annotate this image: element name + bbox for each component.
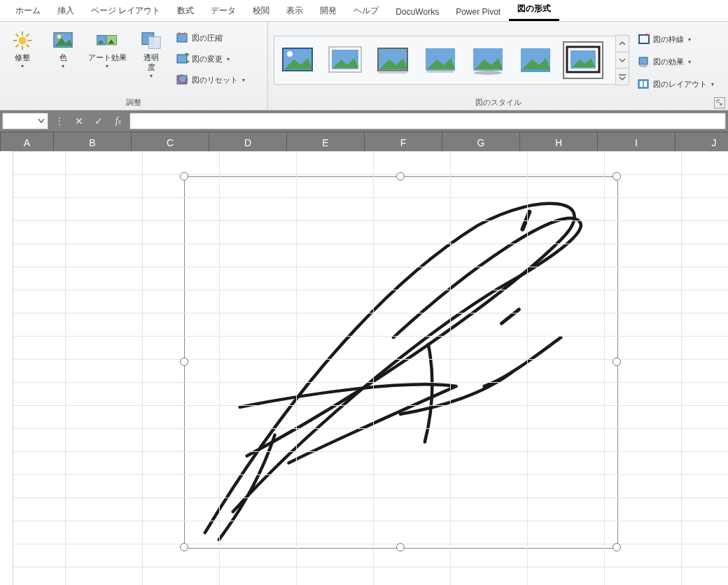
svg-point-0 (18, 36, 26, 44)
row-header[interactable] (0, 151, 13, 174)
compress-pictures-button[interactable]: 図の圧縮 (174, 27, 248, 48)
column-header-H[interactable]: H (520, 132, 598, 153)
reset-picture-button[interactable]: 図のリセット ▾ (174, 69, 248, 90)
picture-effects-button[interactable]: 図の効果 ▾ (635, 51, 717, 72)
gridline-vertical (373, 151, 374, 585)
change-picture-button[interactable]: 図の変更 ▾ (174, 48, 248, 69)
svg-rect-34 (427, 71, 454, 73)
resize-handle[interactable] (180, 172, 188, 181)
row-header[interactable] (0, 474, 13, 498)
row-header[interactable] (0, 267, 13, 290)
close-icon: ✕ (75, 115, 83, 127)
row-header[interactable] (0, 521, 13, 544)
column-header-D[interactable]: D (209, 132, 287, 153)
gridline-vertical (219, 151, 220, 585)
row-header[interactable] (0, 244, 13, 267)
resize-handle[interactable] (396, 172, 405, 181)
row-header[interactable] (0, 174, 13, 197)
tab-formulas[interactable]: 数式 (169, 1, 202, 21)
inserted-picture[interactable] (184, 176, 617, 547)
picture-style-thumb-6[interactable] (518, 44, 553, 76)
picture-border-button[interactable]: 図の枠線 ▾ (635, 29, 717, 50)
row-header[interactable] (0, 359, 13, 382)
resize-handle[interactable] (396, 543, 405, 551)
column-header-C[interactable]: C (132, 132, 209, 153)
row-header[interactable] (0, 336, 13, 359)
chevron-up-icon (619, 41, 626, 46)
picture-style-icon (375, 44, 410, 76)
picture-layout-button[interactable]: 図のレイアウト ▾ (635, 73, 717, 94)
tab-view[interactable]: 表示 (278, 1, 312, 21)
chevron-down-icon: ▾ (21, 63, 24, 69)
gridline-horizontal (0, 197, 728, 198)
artistic-effects-button[interactable]: アート効果 ▾ (85, 27, 129, 69)
column-header-G[interactable]: G (442, 132, 520, 153)
picture-style-thumb-1[interactable] (280, 44, 315, 76)
row-header[interactable] (0, 197, 13, 220)
cancel-button[interactable]: ✕ (69, 111, 89, 132)
row-header[interactable] (0, 567, 13, 585)
row-header[interactable] (0, 428, 13, 451)
column-header-A[interactable]: A (1, 132, 54, 153)
tab-review[interactable]: 校閲 (244, 1, 278, 21)
group-picture-styles: 図の枠線 ▾ 図の効果 ▾ 図のレイアウト ▾ 図のスタイル (268, 22, 728, 110)
picture-style-thumb-4[interactable] (423, 44, 458, 76)
tab-pagelayout[interactable]: ページ レイアウト (83, 1, 169, 21)
tab-home[interactable]: ホーム (7, 1, 49, 21)
picture-style-icon (470, 44, 505, 76)
gallery-more[interactable] (616, 69, 629, 85)
formula-input[interactable] (130, 113, 726, 129)
resize-handle[interactable] (612, 358, 621, 366)
dialog-launcher-styles[interactable] (714, 97, 725, 108)
more-icon (618, 73, 626, 80)
row-header[interactable] (0, 220, 13, 244)
spreadsheet-grid[interactable] (0, 151, 728, 585)
svg-line-5 (16, 34, 19, 37)
tab-powerpivot[interactable]: Power Pivot (447, 3, 509, 21)
chevron-down-icon: ▾ (688, 59, 691, 65)
column-header-J[interactable]: J (676, 132, 728, 153)
corrections-button[interactable]: 修整 ▾ (4, 27, 41, 69)
row-header[interactable] (0, 544, 13, 567)
name-box[interactable] (2, 113, 48, 129)
row-header[interactable] (0, 498, 13, 521)
tab-docuworks[interactable]: DocuWorks (387, 3, 447, 21)
row-header[interactable] (0, 313, 13, 336)
insert-function-button[interactable]: fx (108, 111, 128, 132)
chevron-down-icon (38, 118, 45, 125)
tab-developer[interactable]: 開発 (312, 1, 345, 21)
resize-handle[interactable] (612, 172, 621, 181)
color-button[interactable]: 色 ▾ (45, 27, 81, 69)
tab-insert[interactable]: 挿入 (49, 1, 83, 21)
gallery-row-up[interactable] (616, 36, 629, 52)
picture-style-thumb-3[interactable] (375, 44, 410, 76)
column-header-I[interactable]: I (598, 132, 676, 153)
tab-help[interactable]: ヘルプ (345, 1, 387, 21)
row-header[interactable] (0, 290, 13, 313)
resize-handle[interactable] (612, 543, 621, 551)
svg-rect-17 (148, 36, 160, 48)
svg-rect-18 (177, 34, 187, 42)
resize-handle[interactable] (180, 543, 188, 551)
column-header-E[interactable]: E (287, 132, 365, 153)
picture-style-thumb-7[interactable] (566, 44, 601, 76)
picture-style-thumb-2[interactable] (328, 44, 363, 76)
svg-line-6 (27, 45, 29, 48)
svg-rect-46 (639, 57, 648, 64)
enter-button[interactable]: ✓ (89, 111, 108, 132)
column-header-F[interactable]: F (365, 132, 442, 153)
picture-style-thumb-5[interactable] (470, 44, 505, 76)
tab-picture-format[interactable]: 図の形式 (509, 0, 559, 21)
picture-style-icon (566, 44, 601, 76)
formula-bar-dots[interactable]: ⋮ (50, 111, 69, 132)
row-header[interactable] (0, 451, 13, 474)
row-header[interactable] (0, 382, 13, 405)
transparency-button[interactable]: 透明 度 ▾ (133, 27, 169, 79)
gallery-row-down[interactable] (616, 52, 629, 69)
column-header-B[interactable]: B (54, 132, 132, 153)
chevron-down-icon: ▾ (711, 81, 714, 87)
row-header[interactable] (0, 405, 13, 428)
svg-point-25 (287, 51, 293, 57)
tab-data[interactable]: データ (202, 1, 244, 21)
resize-handle[interactable] (180, 358, 188, 366)
